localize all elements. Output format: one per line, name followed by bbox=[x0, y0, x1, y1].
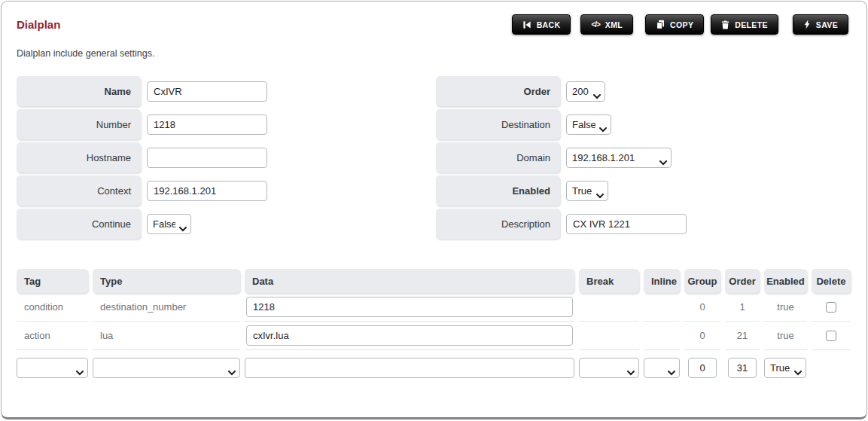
copy-button[interactable]: COPY bbox=[645, 14, 704, 35]
col-header-type: Type bbox=[93, 269, 240, 293]
order-select[interactable]: 200 bbox=[566, 81, 605, 102]
row-data-input[interactable] bbox=[246, 297, 573, 317]
xml-button-label: XML bbox=[605, 20, 623, 29]
col-header-order: Order bbox=[725, 269, 760, 293]
lightning-icon bbox=[803, 20, 811, 29]
save-button[interactable]: SAVE bbox=[793, 14, 848, 35]
form-row-context: Context bbox=[17, 175, 436, 206]
delete-button-label: DELETE bbox=[735, 20, 768, 29]
form-row-number: Number bbox=[17, 109, 436, 139]
new-tag-select[interactable] bbox=[17, 358, 88, 378]
table-row: action lua 0 21 true bbox=[17, 322, 851, 350]
back-button-label: BACK bbox=[537, 20, 561, 29]
save-button-label: SAVE bbox=[816, 20, 838, 29]
row-group: 0 bbox=[684, 322, 720, 350]
continue-select[interactable]: False bbox=[147, 214, 191, 234]
row-tag: condition bbox=[17, 293, 88, 322]
skip-back-icon bbox=[522, 20, 531, 29]
form-row-hostname: Hostname bbox=[17, 142, 436, 172]
form-row-domain: Domain 192.168.1.201 bbox=[436, 142, 851, 172]
new-group-input[interactable] bbox=[688, 358, 717, 378]
delete-button[interactable]: DELETE bbox=[711, 14, 778, 35]
hostname-input[interactable] bbox=[147, 148, 267, 168]
page-title: Dialplan bbox=[17, 14, 60, 31]
copy-icon bbox=[656, 20, 665, 29]
row-type: destination_number bbox=[93, 293, 240, 322]
continue-label: Continue bbox=[17, 209, 141, 239]
form-row-destination: Destination False bbox=[436, 109, 851, 139]
copy-button-label: COPY bbox=[670, 20, 693, 29]
form-row-name: Name bbox=[17, 76, 436, 106]
description-input[interactable] bbox=[566, 214, 687, 234]
row-delete-checkbox[interactable] bbox=[826, 302, 836, 313]
page-description: Dialplan include general settings. bbox=[17, 48, 866, 59]
form-row-description: Description bbox=[436, 209, 851, 239]
context-label: Context bbox=[17, 175, 141, 206]
row-group: 0 bbox=[684, 293, 720, 322]
row-tag: action bbox=[17, 322, 88, 350]
code-icon: </> bbox=[591, 20, 599, 29]
col-header-enabled: Enabled bbox=[764, 269, 807, 293]
trash-icon bbox=[721, 20, 729, 29]
xml-button[interactable]: </> XML bbox=[580, 14, 633, 35]
col-header-delete: Delete bbox=[812, 269, 851, 293]
row-break bbox=[579, 322, 639, 350]
form-right-column: Order 200 Destination False bbox=[436, 76, 851, 242]
header: Dialplan BACK </> XML COPY bbox=[2, 2, 866, 35]
name-label: Name bbox=[17, 76, 141, 106]
table-row: condition destination_number 0 1 true bbox=[17, 293, 851, 322]
row-type: lua bbox=[93, 322, 240, 350]
table-header-row: Tag Type Data Break Inline Group Order E… bbox=[17, 269, 851, 293]
enabled-label: Enabled bbox=[436, 175, 560, 206]
form-row-continue: Continue False bbox=[17, 209, 436, 239]
domain-label: Domain bbox=[436, 142, 560, 172]
dialplan-details-table: Tag Type Data Break Inline Group Order E… bbox=[17, 269, 851, 380]
row-break bbox=[579, 293, 639, 322]
new-type-select[interactable] bbox=[93, 358, 240, 378]
enabled-select[interactable]: True bbox=[566, 181, 608, 201]
form-left-column: Name Number Hostname Context Continue Fa… bbox=[17, 76, 436, 242]
new-break-select[interactable] bbox=[579, 358, 639, 378]
name-input[interactable] bbox=[147, 81, 267, 102]
number-input[interactable] bbox=[147, 114, 267, 135]
general-settings-form: Name Number Hostname Context Continue Fa… bbox=[17, 76, 866, 242]
description-label: Description bbox=[436, 209, 560, 239]
destination-select[interactable]: False bbox=[566, 114, 611, 135]
row-inline bbox=[644, 322, 680, 350]
context-input[interactable] bbox=[147, 181, 267, 201]
col-header-break: Break bbox=[579, 269, 639, 293]
new-entry-row: True bbox=[17, 355, 851, 380]
col-header-inline: Inline bbox=[644, 269, 680, 293]
col-header-tag: Tag bbox=[17, 269, 88, 293]
new-inline-select[interactable] bbox=[644, 358, 680, 378]
new-enabled-select[interactable]: True bbox=[764, 358, 806, 378]
hostname-label: Hostname bbox=[17, 142, 141, 172]
back-button[interactable]: BACK bbox=[512, 14, 571, 35]
row-delete-checkbox[interactable] bbox=[826, 331, 836, 341]
form-row-enabled: Enabled True bbox=[436, 175, 851, 206]
domain-select[interactable]: 192.168.1.201 bbox=[566, 148, 672, 168]
toolbar: BACK </> XML COPY DELETE bbox=[512, 14, 848, 35]
new-data-input[interactable] bbox=[245, 358, 574, 378]
row-data-input[interactable] bbox=[246, 325, 573, 346]
number-label: Number bbox=[17, 109, 141, 139]
col-header-group: Group bbox=[684, 269, 720, 293]
dialplan-edit-page: Dialplan BACK </> XML COPY bbox=[1, 1, 867, 419]
row-inline bbox=[644, 293, 680, 322]
new-order-input[interactable] bbox=[728, 358, 757, 378]
row-order: 1 bbox=[725, 293, 760, 322]
col-header-data: Data bbox=[245, 269, 574, 293]
row-order: 21 bbox=[725, 322, 760, 350]
new-delete-cell bbox=[812, 355, 851, 380]
row-enabled: true bbox=[764, 293, 807, 322]
form-row-order: Order 200 bbox=[436, 76, 851, 106]
row-enabled: true bbox=[764, 322, 807, 350]
order-label: Order bbox=[436, 76, 560, 106]
destination-label: Destination bbox=[436, 109, 560, 139]
